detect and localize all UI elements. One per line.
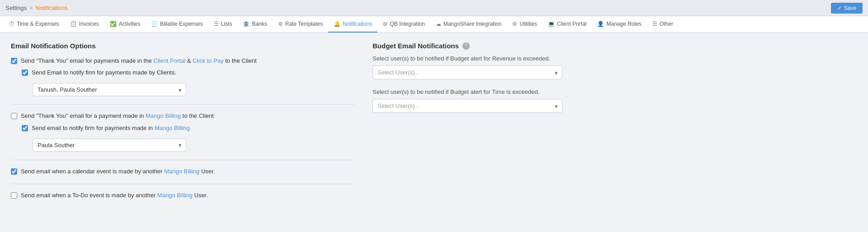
time-expenses-icon: ⏱ <box>9 21 14 27</box>
left-panel: Email Notification Options Send "Thank Y… <box>11 42 354 223</box>
option2-sub-checkbox[interactable] <box>22 125 28 131</box>
budget-revenue-description: Select user(s) to be notified if Budget … <box>373 55 562 62</box>
divider-1 <box>11 104 354 105</box>
tab-rate-templates-label: Rate Templates <box>285 21 323 27</box>
option4-row: Send email when a To-Do event is made by… <box>11 191 354 200</box>
option2-select[interactable]: Paula Souther <box>33 139 186 152</box>
tab-manage-roles-label: Manage Roles <box>606 21 641 27</box>
option1-checkbox[interactable] <box>11 58 17 64</box>
rate-templates-icon: ⚙ <box>278 21 283 27</box>
tab-lists-label: Lists <box>221 21 232 27</box>
billable-expenses-icon: 🧾 <box>151 21 158 27</box>
budget-time-select[interactable]: Select User(s)... <box>373 99 562 113</box>
qb-icon: ⊞ <box>383 21 387 27</box>
option1-sub-label: Send Email to notify firm for payments m… <box>32 69 176 77</box>
email-options-title: Email Notification Options <box>11 42 354 50</box>
tab-manage-roles[interactable]: 👤 Manage Roles <box>592 16 646 32</box>
option3-checkbox[interactable] <box>11 168 17 175</box>
invoices-icon: 📋 <box>70 21 77 27</box>
tab-other[interactable]: ☰ Other <box>647 16 679 32</box>
option1-label: Send "Thank You" email for payments made… <box>21 57 257 65</box>
option1-dropdown: Tanush, Paula Souther <box>33 83 186 96</box>
nav-tabs: ⏱ Time & Expenses 📋 Invoices ✅ Activitie… <box>0 16 868 33</box>
option1-row: Send "Thank You" email for payments made… <box>11 57 354 65</box>
tab-client-portal[interactable]: 💻 Client Portal <box>542 16 592 32</box>
tab-utilities[interactable]: ⚙ Utilities <box>507 16 542 32</box>
breadcrumb-settings: Settings <box>5 5 27 11</box>
option-group-4: Send email when a To-Do event is made by… <box>11 191 354 200</box>
tab-mangoshare-label: MangoShare Integration <box>443 21 502 27</box>
help-icon[interactable]: ? <box>462 42 470 50</box>
breadcrumb-separator: > <box>29 5 33 11</box>
budget-title-row: Budget Email Notifications ? <box>373 42 562 50</box>
option2-sub-row: Send email to notify firm for payments m… <box>22 124 354 132</box>
right-panel: Budget Email Notifications ? Select user… <box>373 42 562 223</box>
tab-time-expenses[interactable]: ⏱ Time & Expenses <box>4 16 65 32</box>
budget-title: Budget Email Notifications <box>373 42 459 50</box>
other-icon: ☰ <box>652 21 657 27</box>
option-group-2: Send "Thank You" email for a payment mad… <box>11 112 354 151</box>
option1-sub: Send Email to notify firm for payments m… <box>22 69 354 96</box>
banks-icon: 🏦 <box>243 21 250 27</box>
option1-select[interactable]: Tanush, Paula Souther <box>33 83 186 96</box>
option3-row: Send email when a calendar event is made… <box>11 167 354 176</box>
top-bar: Settings > Notifications ✓ Save <box>0 0 868 16</box>
option-group-1: Send "Thank You" email for payments made… <box>11 57 354 96</box>
option1-sub-row: Send Email to notify firm for payments m… <box>22 69 354 77</box>
tab-rate-templates[interactable]: ⚙ Rate Templates <box>273 16 328 32</box>
option2-sub: Send email to notify firm for payments m… <box>22 124 354 152</box>
tab-banks[interactable]: 🏦 Banks <box>237 16 272 32</box>
tab-mangoshare[interactable]: ☁ MangoShare Integration <box>430 16 507 32</box>
breadcrumb-current: Notifications <box>36 5 68 11</box>
tab-activities-label: Activities <box>119 21 140 27</box>
option-group-3: Send email when a calendar event is made… <box>11 167 354 176</box>
save-button[interactable]: ✓ Save <box>831 3 863 14</box>
activities-icon: ✅ <box>110 21 117 27</box>
tab-client-portal-label: Client Portal <box>557 21 586 27</box>
utilities-icon: ⚙ <box>512 21 517 27</box>
tab-qb-integration[interactable]: ⊞ QB Integration <box>377 16 430 32</box>
mangoshare-icon: ☁ <box>436 21 441 27</box>
option2-dropdown: Paula Souther <box>33 139 186 152</box>
option1-sub-checkbox[interactable] <box>22 70 28 76</box>
budget-time-dropdown: Select User(s)... <box>373 99 562 113</box>
save-check-icon: ✓ <box>837 5 842 11</box>
budget-revenue-select[interactable]: Select User(s).. <box>373 65 562 79</box>
breadcrumb: Settings > Notifications <box>5 5 67 11</box>
tab-banks-label: Banks <box>252 21 267 27</box>
tab-billable-expenses-label: Billable Expenses <box>160 21 203 27</box>
tab-notifications[interactable]: 🔔 Notifications <box>328 16 377 32</box>
client-portal-icon: 💻 <box>548 21 555 27</box>
manage-roles-icon: 👤 <box>597 21 604 27</box>
tab-invoices-label: Invoices <box>79 21 99 27</box>
option2-row: Send "Thank You" email for a payment mad… <box>11 112 354 120</box>
budget-time-description: Select user(s) to be notified if Budget … <box>373 88 562 95</box>
lists-icon: ☰ <box>214 21 219 27</box>
notifications-icon: 🔔 <box>334 21 340 27</box>
divider-3 <box>11 184 354 184</box>
tab-lists[interactable]: ☰ Lists <box>208 16 238 32</box>
tab-notifications-label: Notifications <box>343 21 372 27</box>
option4-label: Send email when a To-Do event is made by… <box>21 191 208 200</box>
option2-label: Send "Thank You" email for a payment mad… <box>21 112 214 120</box>
option2-sub-label: Send email to notify firm for payments m… <box>32 124 190 132</box>
tab-qb-label: QB Integration <box>390 21 425 27</box>
tab-other-label: Other <box>660 21 673 27</box>
save-label: Save <box>844 5 856 11</box>
tab-utilities-label: Utilities <box>519 21 537 27</box>
tab-billable-expenses[interactable]: 🧾 Billable Expenses <box>146 16 208 32</box>
option3-label: Send email when a calendar event is made… <box>21 167 215 176</box>
tab-invoices[interactable]: 📋 Invoices <box>65 16 104 32</box>
tab-time-expenses-label: Time & Expenses <box>17 21 59 27</box>
divider-2 <box>11 160 354 160</box>
tab-activities[interactable]: ✅ Activities <box>104 16 146 32</box>
option4-checkbox[interactable] <box>11 192 17 199</box>
option2-checkbox[interactable] <box>11 113 17 119</box>
main-content: Email Notification Options Send "Thank Y… <box>0 33 868 232</box>
budget-revenue-dropdown: Select User(s).. <box>373 65 562 79</box>
